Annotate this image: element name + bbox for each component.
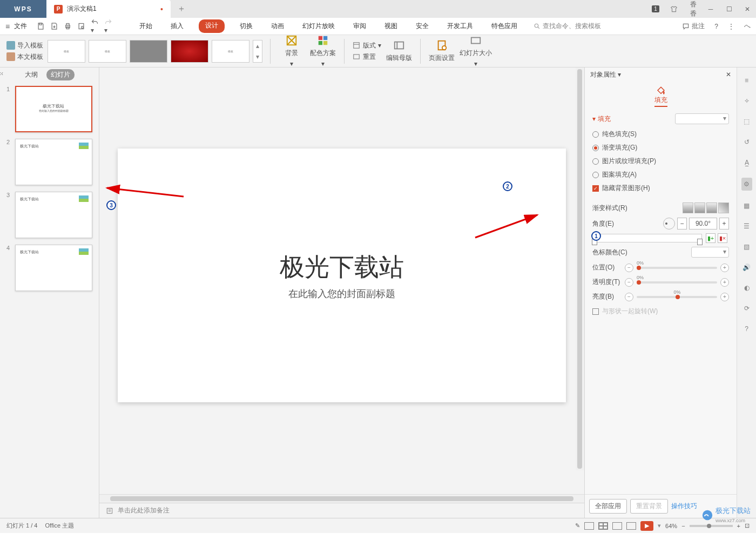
skin-icon[interactable] [665, 0, 683, 18]
question-icon[interactable]: ? [741, 323, 752, 334]
notes-pane[interactable]: 单击此处添加备注 [99, 503, 584, 518]
slide-title[interactable]: 极光下载站 [280, 251, 404, 284]
transparency-decrease[interactable]: − [625, 278, 633, 287]
slide-thumbnail-3[interactable]: 3 极光下载站 [6, 192, 92, 238]
export-icon[interactable] [50, 22, 58, 30]
tab-insert[interactable]: 插入 [167, 19, 187, 33]
template-more[interactable]: ▴▾ [253, 40, 262, 63]
position-slider[interactable]: 0% [637, 267, 717, 269]
slideshow-button[interactable]: ▶ [640, 521, 653, 531]
brightness-increase[interactable]: + [720, 293, 729, 301]
pattern-fill-radio[interactable]: 图案填充(A) [592, 170, 729, 179]
slide-subtitle[interactable]: 在此输入您的封面副标题 [288, 287, 395, 300]
gradient-fill-radio[interactable]: 渐变填充(G) [592, 143, 729, 152]
print-preview-icon[interactable] [77, 22, 85, 30]
slides-tab[interactable]: 幻灯片 [46, 69, 75, 80]
tab-security[interactable]: 安全 [413, 19, 432, 33]
minimize-button[interactable]: ─ [702, 0, 719, 18]
angle-decrease[interactable]: − [677, 218, 687, 230]
zoom-slider[interactable] [690, 525, 733, 527]
notification-badge[interactable]: 1 [647, 0, 664, 18]
template-thumb[interactable]: 模板 [212, 40, 249, 63]
sound-icon[interactable]: 🔊 [741, 262, 752, 273]
edit-master-button[interactable]: 编辑母版 [386, 39, 413, 63]
position-decrease[interactable]: − [625, 264, 633, 272]
reset-bg-button[interactable]: 重置背景 [630, 499, 668, 514]
angle-dial[interactable] [663, 218, 675, 230]
wps-logo[interactable]: WPS [0, 0, 46, 18]
print-icon[interactable] [64, 22, 72, 30]
template-thumb[interactable]: 模板 [89, 40, 126, 63]
history-icon[interactable]: ⟳ [741, 303, 752, 314]
picture-fill-radio[interactable]: 图片或纹理填充(P) [592, 157, 729, 166]
apply-all-button[interactable]: 全部应用 [589, 499, 627, 514]
undo-icon[interactable]: ▾ [91, 18, 99, 34]
import-template-button[interactable]: 导入模板 [6, 41, 43, 50]
close-window-button[interactable]: ✕ [739, 0, 756, 18]
image-library-icon[interactable]: ▦ [741, 200, 752, 211]
page-setup-button[interactable]: 页面设置 [428, 39, 455, 63]
tab-special[interactable]: 特色应用 [488, 19, 521, 33]
normal-view-button[interactable] [584, 522, 594, 530]
select-icon[interactable]: ⬚ [741, 116, 752, 127]
tab-transition[interactable]: 切换 [237, 19, 256, 33]
layout-button[interactable]: 版式 ▾ [352, 41, 381, 50]
tips-link[interactable]: 操作技巧 [671, 502, 697, 511]
angle-increase[interactable]: + [719, 218, 729, 230]
slide-canvas[interactable]: 极光下载站 在此输入您的封面副标题 [118, 148, 566, 402]
menu-drawer-icon[interactable]: ≡ [741, 75, 752, 86]
menu-icon[interactable]: ≡ [5, 22, 10, 31]
tab-view[interactable]: 视图 [381, 19, 401, 33]
star-icon[interactable]: ✧ [741, 96, 752, 106]
collapse-ribbon-icon[interactable]: へ [744, 22, 751, 31]
properties-icon[interactable]: ⚙ [741, 178, 752, 191]
sorter-view-button[interactable] [598, 522, 608, 530]
comments-button[interactable]: 批注 [682, 22, 705, 31]
command-search[interactable]: 查找命令、搜索模板 [534, 22, 601, 31]
slide-thumbnail-4[interactable]: 4 极光下载站 [6, 245, 92, 291]
template-thumb[interactable] [130, 40, 167, 63]
transparency-slider[interactable]: 0% [637, 281, 717, 284]
tab-start[interactable]: 开始 [136, 19, 156, 33]
template-thumb[interactable]: 模板 [48, 40, 85, 63]
maximize-button[interactable]: ☐ [720, 0, 738, 18]
remove-stop-button[interactable]: ▮× [718, 233, 727, 243]
fill-section-header[interactable]: ▾ 填充▾ [592, 113, 729, 124]
brightness-slider[interactable]: 0% [637, 296, 717, 298]
user-account[interactable]: 香香 [684, 0, 701, 18]
spellcheck-icon[interactable]: ✎ [575, 522, 580, 529]
angle-value[interactable]: 90.0° [689, 218, 717, 230]
slide-size-button[interactable]: 幻灯片大小 ▾ [460, 35, 492, 68]
text-icon[interactable]: A̲ [741, 157, 752, 168]
sync-icon[interactable]: ↺ [741, 137, 752, 147]
save-icon[interactable] [37, 22, 45, 30]
new-tab-button[interactable]: ＋ [171, 0, 192, 18]
tab-dev[interactable]: 开发工具 [444, 19, 476, 33]
template-gallery[interactable]: 模板 模板 模板 ▴▾ [48, 40, 262, 63]
tab-slideshow[interactable]: 幻灯片放映 [299, 19, 338, 33]
slide-thumbnail-2[interactable]: 2 极光下载站 [6, 139, 92, 185]
horizontal-scrollbar[interactable] [99, 494, 584, 503]
hide-bg-checkbox[interactable]: ✓隐藏背景图形(H) [592, 184, 729, 193]
redo-icon[interactable]: ▾ [104, 18, 112, 34]
close-panel-icon[interactable]: ✕ [726, 71, 731, 78]
reset-button[interactable]: 重置 [352, 52, 381, 62]
color-scheme-button[interactable]: 配色方案 ▾ [309, 35, 336, 68]
notes-view-button[interactable] [626, 522, 636, 530]
zoom-out-button[interactable]: − [681, 523, 685, 529]
file-menu[interactable]: 文件 [14, 22, 27, 31]
transparency-increase[interactable]: + [720, 278, 729, 287]
gradient-style-picker[interactable] [683, 202, 729, 213]
tab-dirty-dot[interactable]: • [160, 5, 163, 14]
fill-tab[interactable]: 填充 [585, 82, 737, 109]
document-tab[interactable]: P 演示文稿1 • [46, 0, 171, 18]
help-icon[interactable]: ? [714, 23, 718, 30]
position-increase[interactable]: + [720, 264, 729, 272]
slide-thumbnail-1[interactable]: 1 极光下载站在此输入您的封面副标题 [6, 86, 92, 132]
stop-color-select[interactable]: ▾ [691, 247, 729, 258]
reading-view-button[interactable] [612, 522, 622, 530]
tab-review[interactable]: 审阅 [350, 19, 369, 33]
help-circle-icon[interactable]: ◐ [741, 282, 752, 293]
fill-preset-select[interactable]: ▾ [675, 113, 729, 124]
layers-icon[interactable]: ☰ [741, 221, 752, 232]
